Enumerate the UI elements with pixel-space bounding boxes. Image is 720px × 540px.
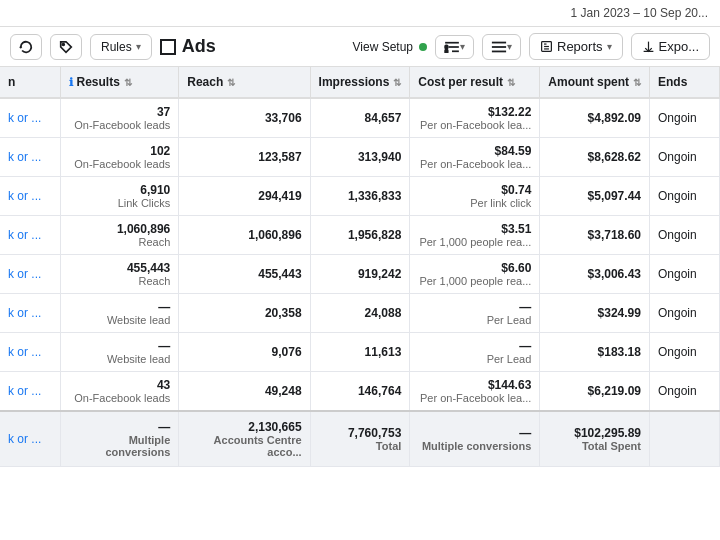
amount-value: $324.99: [548, 306, 641, 320]
cell-results-0: 37 On-Facebook leads: [60, 98, 179, 138]
cpr-sub: Per link click: [418, 197, 531, 209]
impressions-value: 1,336,833: [319, 189, 402, 203]
cell-impressions-4: 919,242: [310, 255, 410, 294]
cpr-main: $132.22: [418, 105, 531, 119]
results-sub: On-Facebook leads: [69, 158, 171, 170]
cpr-main: —: [418, 300, 531, 314]
total-cpr-main: —: [418, 426, 531, 440]
col-header-name: n: [0, 67, 60, 98]
table-row[interactable]: k or ... 455,443 Reach 455,443 919,242 $…: [0, 255, 720, 294]
view-setup-button[interactable]: View Setup: [353, 40, 428, 54]
cell-reach-4: 455,443: [179, 255, 310, 294]
export-label: Expo...: [659, 39, 699, 54]
row-name-link[interactable]: k or ...: [8, 111, 41, 125]
cell-reach-6: 9,076: [179, 333, 310, 372]
table-row[interactable]: k or ... 43 On-Facebook leads 49,248 146…: [0, 372, 720, 412]
row-name-link[interactable]: k or ...: [8, 150, 41, 164]
cell-amount-0: $4,892.09: [540, 98, 650, 138]
table-body: k or ... 37 On-Facebook leads 33,706 84,…: [0, 98, 720, 467]
cell-cpr-2: $0.74 Per link click: [410, 177, 540, 216]
breakdown-button[interactable]: ▾: [482, 34, 521, 60]
cell-ends-1: Ongoin: [649, 138, 719, 177]
reports-button[interactable]: Reports ▾: [529, 33, 623, 60]
cell-cpr-3: $3.51 Per 1,000 people rea...: [410, 216, 540, 255]
results-sort-icon: ⇅: [124, 77, 132, 88]
cell-results-3: 1,060,896 Reach: [60, 216, 179, 255]
row-name-link[interactable]: k or ...: [8, 267, 41, 281]
table-row[interactable]: k or ... 1,060,896 Reach 1,060,896 1,956…: [0, 216, 720, 255]
total-results-sub: Multiple conversions: [69, 434, 171, 458]
cell-name-2: k or ...: [0, 177, 60, 216]
results-info-icon: ℹ: [69, 76, 73, 89]
row-name-link[interactable]: k or ...: [8, 306, 41, 320]
toolbar-left: Rules ▾: [10, 34, 152, 60]
amount-value: $183.18: [548, 345, 641, 359]
row-name-link[interactable]: k or ...: [8, 345, 41, 359]
cell-cpr-1: $84.59 Per on-Facebook lea...: [410, 138, 540, 177]
cpr-main: $0.74: [418, 183, 531, 197]
tag-button[interactable]: [50, 34, 82, 60]
cell-cpr-6: — Per Lead: [410, 333, 540, 372]
col-header-impressions[interactable]: Impressions ⇅: [310, 67, 410, 98]
rules-label: Rules: [101, 40, 132, 54]
results-main: 455,443: [69, 261, 171, 275]
impressions-sort-icon: ⇅: [393, 77, 401, 88]
col-header-reach[interactable]: Reach ⇅: [179, 67, 310, 98]
cpr-main: —: [418, 339, 531, 353]
columns-button[interactable]: ▾: [435, 35, 474, 59]
reports-chevron: ▾: [607, 41, 612, 52]
svg-point-0: [63, 43, 65, 45]
total-impressions-value: 7,760,753: [319, 426, 402, 440]
table-row[interactable]: k or ... 6,910 Link Clicks 294,419 1,336…: [0, 177, 720, 216]
cell-results-6: — Website lead: [60, 333, 179, 372]
results-main: 37: [69, 105, 171, 119]
table-row[interactable]: k or ... — Website lead 9,076 11,613 — P…: [0, 333, 720, 372]
refresh-button[interactable]: [10, 34, 42, 60]
cell-ends-5: Ongoin: [649, 294, 719, 333]
view-setup-label: View Setup: [353, 40, 414, 54]
cpr-main: $3.51: [418, 222, 531, 236]
cell-impressions-6: 11,613: [310, 333, 410, 372]
table-row[interactable]: k or ... — Website lead 20,358 24,088 — …: [0, 294, 720, 333]
total-reach-sub: Accounts Centre acco...: [187, 434, 301, 458]
ends-value: Ongoin: [658, 228, 697, 242]
table-row[interactable]: k or ... 102 On-Facebook leads 123,587 3…: [0, 138, 720, 177]
table-total-row: k or ... — Multiple conversions 2,130,66…: [0, 411, 720, 467]
amount-sort-icon: ⇅: [633, 77, 641, 88]
cell-amount-6: $183.18: [540, 333, 650, 372]
cell-name-3: k or ...: [0, 216, 60, 255]
table-container: n ℹ Results ⇅ Reach ⇅: [0, 67, 720, 512]
row-name-link[interactable]: k or ...: [8, 189, 41, 203]
cell-amount-4: $3,006.43: [540, 255, 650, 294]
rules-chevron: ▾: [136, 41, 141, 52]
cell-name-7: k or ...: [0, 372, 60, 412]
cell-reach-7: 49,248: [179, 372, 310, 412]
results-main: —: [69, 300, 171, 314]
cell-cpr-5: — Per Lead: [410, 294, 540, 333]
cell-results-1: 102 On-Facebook leads: [60, 138, 179, 177]
total-amount-value: $102,295.89: [548, 426, 641, 440]
reach-value: 455,443: [187, 267, 301, 281]
table-row[interactable]: k or ... 37 On-Facebook leads 33,706 84,…: [0, 98, 720, 138]
row-name-link[interactable]: k or ...: [8, 228, 41, 242]
total-results-main: —: [69, 420, 171, 434]
row-name-link[interactable]: k or ...: [8, 384, 41, 398]
cell-amount-5: $324.99: [540, 294, 650, 333]
date-range: 1 Jan 2023 – 10 Sep 20...: [571, 6, 708, 20]
col-header-results[interactable]: ℹ Results ⇅: [60, 67, 179, 98]
rules-button[interactable]: Rules ▾: [90, 34, 152, 60]
total-name-link[interactable]: k or ...: [8, 432, 41, 446]
col-header-amount[interactable]: Amount spent ⇅: [540, 67, 650, 98]
cell-ends-2: Ongoin: [649, 177, 719, 216]
cell-ends-6: Ongoin: [649, 333, 719, 372]
export-button[interactable]: Expo...: [631, 33, 710, 60]
reach-sort-icon: ⇅: [227, 77, 235, 88]
ads-square-icon: [160, 39, 176, 55]
impressions-value: 313,940: [319, 150, 402, 164]
col-header-ends[interactable]: Ends: [649, 67, 719, 98]
green-dot-icon: [419, 43, 427, 51]
top-bar: 1 Jan 2023 – 10 Sep 20...: [0, 0, 720, 27]
cell-ends-4: Ongoin: [649, 255, 719, 294]
total-impressions-sub: Total: [319, 440, 402, 452]
col-header-cpr[interactable]: Cost per result ⇅: [410, 67, 540, 98]
